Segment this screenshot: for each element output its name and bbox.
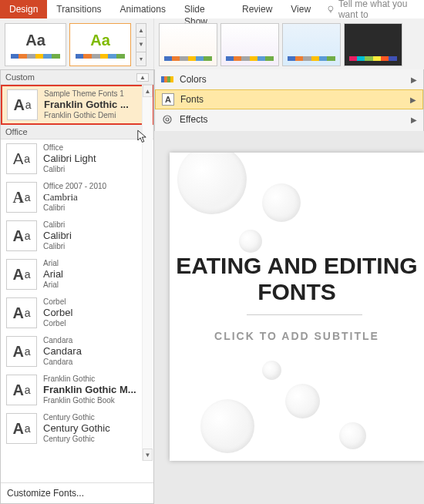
menu-effects[interactable]: Effects ▶ — [155, 109, 423, 129]
themes-gallery-spinner[interactable]: ▲ ▼ ▾ — [136, 23, 146, 66]
font-item-heading: Calibri Light — [43, 153, 96, 165]
svg-rect-3 — [167, 76, 170, 82]
font-item-heading: Cambria — [43, 191, 106, 203]
scroll-track[interactable] — [143, 97, 153, 449]
theme-thumb-1[interactable]: Aa — [5, 23, 66, 66]
font-item-body: Corbel — [43, 319, 72, 328]
tab-design[interactable]: Design — [0, 0, 47, 18]
tab-slide-show[interactable]: Slide Show — [175, 0, 233, 18]
slide[interactable]: EATING AND EDITING FONTS CLICK TO ADD SU… — [170, 153, 424, 461]
tell-me-label: Tell me what you want to — [338, 0, 424, 20]
font-item-custom-0[interactable]: Aa Sample Theme Fonts 1 Franklin Gothic … — [1, 85, 153, 125]
menu-colors-label: Colors — [180, 74, 405, 85]
menu-fonts-label: Fonts — [180, 94, 404, 105]
font-item-heading: Arial — [43, 268, 63, 281]
font-section-office: Office — [1, 125, 153, 139]
theme-thumb-2[interactable]: Aa — [69, 23, 131, 66]
customize-fonts-button[interactable]: Customize Fonts... — [1, 482, 153, 503]
font-item-name: Century Gothic — [43, 413, 110, 422]
font-item-name: Corbel — [43, 297, 72, 307]
font-section-custom: Custom ▲ — [1, 70, 153, 85]
tab-view[interactable]: View — [281, 0, 320, 18]
chevron-right-icon: ▶ — [411, 116, 417, 124]
slide-divider — [247, 314, 362, 315]
font-list-scrollbar[interactable]: ▲ ▼ — [142, 85, 153, 461]
tab-review[interactable]: Review — [233, 0, 281, 18]
font-item-name: Office — [43, 143, 96, 153]
font-item-body: Candara — [43, 358, 82, 367]
svg-rect-2 — [164, 76, 167, 82]
water-drop-decoration — [200, 399, 254, 453]
colors-icon — [161, 73, 173, 86]
variant-thumb-1[interactable] — [159, 23, 217, 66]
effects-icon — [161, 113, 173, 126]
font-sample-icon: Aa — [6, 413, 37, 444]
svg-point-6 — [166, 118, 169, 121]
font-sample-icon: Aa — [6, 375, 37, 405]
font-item-body: Franklin Gothic Demi — [44, 111, 129, 120]
slide-subtitle-placeholder[interactable]: CLICK TO ADD SUBTITLE — [170, 330, 424, 342]
chevron-right-icon: ▶ — [410, 96, 416, 104]
font-item-name: Candara — [43, 336, 82, 345]
font-sample-icon: Aa — [6, 220, 37, 251]
font-item-office-1[interactable]: Aa Office 2007 - 2010CambriaCalibri — [1, 178, 153, 217]
chevron-up-icon[interactable]: ▲ — [136, 24, 146, 38]
font-item-heading: Century Gothic — [43, 422, 110, 435]
chevron-dropdown-icon[interactable]: ▾ — [136, 52, 146, 66]
variant-thumb-2[interactable] — [220, 23, 279, 66]
scroll-up-icon[interactable]: ▲ — [143, 85, 153, 97]
lightbulb-icon — [326, 4, 335, 15]
font-item-heading: Franklin Gothic M... — [43, 384, 136, 396]
font-item-heading: Corbel — [43, 307, 72, 319]
font-item-office-0[interactable]: Aa OfficeCalibri LightCalibri — [1, 139, 153, 178]
water-drop-decoration — [177, 153, 247, 214]
chevron-down-icon[interactable]: ▼ — [136, 38, 146, 52]
theme-sample-text: Aa — [25, 32, 45, 49]
svg-point-5 — [163, 116, 171, 123]
chevron-right-icon: ▶ — [411, 76, 417, 84]
theme-color-strip — [76, 54, 125, 59]
menu-fonts[interactable]: A Fonts ▶ — [155, 89, 423, 109]
font-item-heading: Candara — [43, 345, 82, 358]
font-item-office-6[interactable]: Aa Franklin GothicFranklin Gothic M...Fr… — [1, 371, 153, 409]
font-item-body: Calibri — [43, 242, 72, 251]
variant-thumb-3[interactable] — [282, 23, 341, 66]
water-drop-decoration — [262, 361, 281, 380]
svg-point-0 — [328, 6, 333, 11]
water-drop-decoration — [285, 384, 320, 418]
ribbon-tabs: Design Transitions Animations Slide Show… — [0, 0, 424, 18]
menu-colors[interactable]: Colors ▶ — [155, 69, 423, 89]
font-item-office-2[interactable]: Aa CalibriCalibriCalibri — [1, 217, 153, 255]
font-item-office-4[interactable]: Aa CorbelCorbelCorbel — [1, 294, 153, 332]
theme-color-strip — [11, 54, 60, 59]
variant-thumb-4[interactable] — [344, 23, 402, 66]
font-item-name: Calibri — [43, 220, 72, 230]
font-item-heading: Franklin Gothic ... — [44, 99, 129, 111]
slide-canvas-area: EATING AND EDITING FONTS CLICK TO ADD SU… — [154, 131, 424, 504]
tell-me-search[interactable]: Tell me what you want to — [320, 0, 424, 18]
font-sample-icon: Aa — [6, 336, 37, 367]
font-item-name: Sample Theme Fonts 1 — [44, 89, 129, 99]
font-item-office-7[interactable]: Aa Century GothicCentury GothicCentury G… — [1, 409, 153, 448]
slide-title-placeholder[interactable]: EATING AND EDITING FONTS — [170, 253, 424, 305]
water-drop-decoration — [339, 422, 366, 449]
font-item-office-3[interactable]: Aa ArialArialArial — [1, 255, 153, 294]
font-item-body: Calibri — [43, 203, 106, 213]
tab-transitions[interactable]: Transitions — [47, 0, 110, 18]
font-item-office-5[interactable]: Aa CandaraCandaraCandara — [1, 332, 153, 371]
svg-rect-1 — [161, 76, 164, 82]
scroll-down-icon[interactable]: ▼ — [143, 449, 153, 461]
font-sample-icon: Aa — [6, 259, 37, 290]
chevron-up-icon[interactable]: ▲ — [136, 73, 149, 82]
svg-rect-4 — [170, 76, 173, 82]
font-sample-icon: Aa — [6, 297, 37, 328]
font-sample-icon: Aa — [6, 182, 37, 213]
font-item-body: Arial — [43, 281, 63, 290]
tab-animations[interactable]: Animations — [111, 0, 175, 18]
menu-effects-label: Effects — [180, 114, 405, 125]
fonts-icon: A — [162, 93, 174, 106]
font-list: Aa Sample Theme Fonts 1 Franklin Gothic … — [1, 85, 153, 482]
font-item-body: Calibri — [43, 165, 96, 174]
font-item-name: Office 2007 - 2010 — [43, 182, 106, 191]
water-drop-decoration — [239, 230, 262, 253]
